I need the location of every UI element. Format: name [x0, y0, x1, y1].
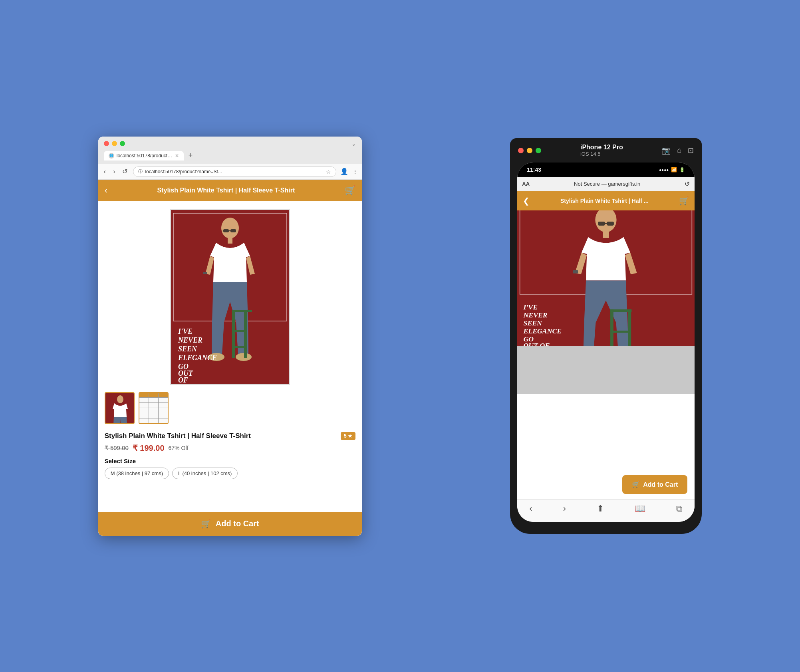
- svg-text:ELEGANCE: ELEGANCE: [178, 354, 217, 362]
- phone-refresh-button[interactable]: ↺: [685, 180, 690, 188]
- tab-favicon: 🌐: [109, 153, 114, 159]
- sidebar-icon[interactable]: ⊡: [688, 146, 694, 155]
- info-icon: ⓘ: [138, 168, 143, 174]
- svg-text:OUT OF: OUT OF: [524, 341, 550, 346]
- add-to-cart-bar[interactable]: 🛒 Add to Cart: [98, 512, 362, 536]
- phone-back-nav-icon[interactable]: ‹: [529, 504, 532, 514]
- profile-icon[interactable]: 👤: [340, 168, 348, 175]
- product-name: Stylish Plain White Tshirt | Half Sleeve…: [105, 432, 337, 440]
- close-button[interactable]: [104, 141, 109, 146]
- phone-product-image: I'VE NEVER SEEN ELEGANCE GO OUT OF: [517, 210, 695, 346]
- size-m-button[interactable]: M (38 inches | 97 cms): [105, 468, 169, 479]
- original-price: ₹ 599.00: [105, 444, 129, 452]
- signal-icon: ●●●●: [659, 168, 669, 172]
- svg-rect-11: [232, 310, 252, 312]
- svg-text:I'VE: I'VE: [523, 303, 538, 311]
- product-image-svg: I'VE NEVER SEEN ELEGANCE GO OUT OF: [170, 210, 290, 385]
- price-row: ₹ 599.00 ₹ 199.00 67% Off: [105, 443, 355, 453]
- svg-text:ELEGANCE: ELEGANCE: [523, 327, 562, 335]
- select-size-label: Select Size: [105, 458, 355, 464]
- svg-rect-34: [610, 309, 613, 346]
- product-thumbnails: [98, 389, 362, 427]
- svg-rect-37: [612, 331, 630, 333]
- phone-tabs-icon[interactable]: ⧉: [676, 504, 683, 514]
- svg-text:I'VE: I'VE: [178, 327, 193, 335]
- camera-icon[interactable]: 📷: [662, 146, 671, 155]
- tab-title: localhost:50178/product?name: [117, 153, 173, 159]
- browser-titlebar: ⌄ 🌐 localhost:50178/product?name ✕ +: [98, 137, 362, 164]
- phone-device-info: iPhone 12 Pro iOS 14.5: [580, 144, 623, 157]
- forward-nav-button[interactable]: ›: [111, 167, 117, 176]
- size-options: M (38 inches | 97 cms) L (40 inches | 10…: [105, 468, 355, 479]
- phone-minimize-button[interactable]: [527, 148, 532, 153]
- cart-icon[interactable]: 🛒: [345, 185, 355, 196]
- refresh-nav-button[interactable]: ↺: [121, 167, 129, 176]
- thumbnail-2[interactable]: [139, 392, 169, 424]
- svg-text:OF: OF: [178, 376, 188, 384]
- svg-text:SEEN: SEEN: [524, 319, 543, 327]
- phone-title-icons: 📷 ⌂ ⊡: [662, 146, 694, 155]
- phone-screen: 11:43 ●●●● 📶 🔋 AA Not Secure — gamersgif…: [517, 163, 695, 522]
- minimize-button[interactable]: [112, 141, 117, 146]
- window-controls: [104, 141, 125, 146]
- phone-gray-section: [517, 346, 695, 394]
- svg-point-2: [221, 218, 239, 238]
- wifi-icon: 📶: [671, 167, 677, 172]
- svg-rect-4: [230, 229, 236, 232]
- svg-rect-3: [223, 229, 229, 232]
- back-button[interactable]: ‹: [105, 185, 107, 196]
- active-tab[interactable]: 🌐 localhost:50178/product?name ✕: [104, 151, 184, 161]
- phone-close-button[interactable]: [518, 148, 524, 153]
- phone-share-icon[interactable]: ⬆: [597, 504, 604, 514]
- svg-rect-13: [232, 330, 247, 332]
- product-main-image: I'VE NEVER SEEN ELEGANCE GO OUT OF: [170, 209, 290, 385]
- phone-product-header: ❮ Stylish Plain White Tshirt | Half ... …: [517, 191, 695, 210]
- bookmark-icon[interactable]: ☆: [326, 168, 331, 175]
- rating-value: 5: [344, 433, 347, 439]
- chevron-down-icon[interactable]: ⌄: [351, 141, 356, 147]
- phone-forward-nav-icon[interactable]: ›: [563, 504, 566, 514]
- phone-notch: [580, 163, 632, 174]
- svg-rect-14: [232, 346, 247, 348]
- svg-rect-6: [228, 237, 232, 244]
- phone-cart-icon[interactable]: 🛒: [679, 196, 689, 206]
- phone-bookmark-icon[interactable]: 📖: [635, 504, 645, 514]
- phone-container: iPhone 12 Pro iOS 14.5 📷 ⌂ ⊡ 11:43 ●●●● …: [510, 138, 702, 534]
- tab-close-icon[interactable]: ✕: [175, 153, 179, 159]
- svg-rect-31: [573, 270, 578, 274]
- svg-rect-10: [232, 310, 235, 358]
- browser-addressbar: ‹ › ↺ ⓘ localhost:50178/product?name=St.…: [98, 164, 362, 180]
- address-bar[interactable]: ⓘ localhost:50178/product?name=St... ☆: [133, 167, 336, 177]
- phone-add-to-cart-button[interactable]: 🛒 Add to Cart: [622, 475, 687, 494]
- current-price: ₹ 199.00: [133, 443, 165, 453]
- svg-rect-36: [628, 309, 631, 346]
- cart-button-icon: 🛒: [201, 519, 211, 529]
- svg-text:SEEN: SEEN: [178, 345, 197, 353]
- product-name-row: Stylish Plain White Tshirt | Half Sleeve…: [105, 432, 355, 440]
- discount-label: 67% Off: [169, 445, 189, 451]
- home-icon[interactable]: ⌂: [677, 146, 681, 155]
- new-tab-button[interactable]: +: [186, 151, 195, 160]
- phone-add-to-cart-label: Add to Cart: [643, 481, 678, 488]
- phone-aa-button[interactable]: AA: [522, 181, 530, 187]
- size-l-button[interactable]: L (40 inches | 102 cms): [172, 468, 238, 479]
- svg-rect-7: [203, 272, 207, 274]
- address-text: localhost:50178/product?name=St...: [145, 169, 222, 174]
- phone-maximize-button[interactable]: [536, 148, 541, 153]
- maximize-button[interactable]: [120, 141, 125, 146]
- phone-url-field[interactable]: Not Secure — gamersgifts.in: [530, 181, 685, 187]
- back-nav-button[interactable]: ‹: [102, 167, 107, 176]
- phone-bottom-bar: ‹ › ⬆ 📖 ⧉: [517, 499, 695, 522]
- svg-rect-30: [603, 231, 609, 238]
- svg-point-9: [236, 353, 252, 361]
- thumbnail-1[interactable]: [105, 392, 135, 424]
- browser-window: ⌄ 🌐 localhost:50178/product?name ✕ + ‹ ›…: [98, 137, 362, 536]
- phone-add-to-cart-bar: 🛒 Add to Cart: [524, 475, 687, 494]
- phone-device-name: iPhone 12 Pro: [580, 144, 623, 151]
- product-info: Stylish Plain White Tshirt | Half Sleeve…: [98, 427, 362, 484]
- phone-status-bar: 11:43 ●●●● 📶 🔋: [517, 163, 695, 177]
- phone-cart-button-icon: 🛒: [632, 481, 640, 488]
- menu-icon[interactable]: ⋮: [352, 168, 358, 175]
- phone-product-image-svg: I'VE NEVER SEEN ELEGANCE GO OUT OF: [517, 210, 695, 346]
- phone-back-button[interactable]: ❮: [523, 196, 530, 206]
